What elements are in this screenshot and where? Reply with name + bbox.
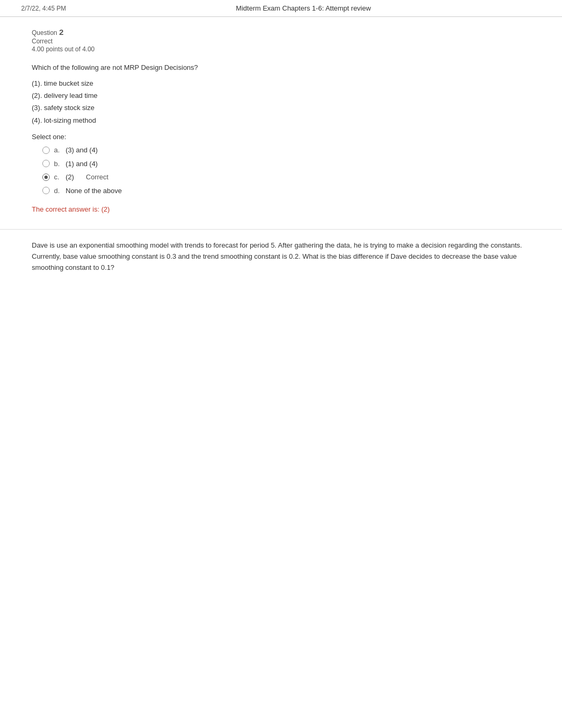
question-number: 2	[59, 28, 64, 37]
question-text: Which of the following are not MRP Desig…	[32, 62, 530, 73]
question-items-list: (1). time bucket size (2). delivery lead…	[32, 77, 530, 127]
radio-a[interactable]	[42, 147, 50, 154]
radio-d[interactable]	[42, 187, 50, 194]
list-item: (1). time bucket size	[32, 77, 530, 89]
radio-c[interactable]	[42, 174, 50, 181]
question-3-text: Dave is use an exponential smoothing mod…	[32, 240, 530, 273]
list-item: (2). delivery lead time	[32, 89, 530, 102]
question-label: Question	[32, 29, 57, 37]
correct-badge: Correct	[86, 172, 108, 183]
option-a: a. (3) and (4)	[42, 145, 530, 156]
question-label-line: Question 2	[32, 28, 530, 37]
option-text-d: None of the above	[66, 186, 122, 196]
option-d: d. None of the above	[42, 186, 530, 196]
option-letter-a: a.	[54, 145, 62, 156]
list-item: (3). safety stock size	[32, 102, 530, 114]
list-item: (4). lot-sizing method	[32, 114, 530, 126]
radio-b[interactable]	[42, 160, 50, 167]
question-meta: Question 2 Correct 4.00 points out of 4.…	[32, 28, 530, 53]
option-c: c. (2) Correct	[42, 172, 530, 183]
option-text-b: (1) and (4)	[66, 159, 98, 169]
select-one-label: Select one:	[32, 133, 530, 141]
option-text-a: (3) and (4)	[66, 145, 98, 156]
option-letter-d: d.	[54, 186, 62, 196]
timestamp: 2/7/22, 4:45 PM	[21, 5, 66, 12]
option-text-c: (2)	[66, 172, 81, 183]
option-b: b. (1) and (4)	[42, 159, 530, 169]
points-text: 4.00 points out of 4.00	[32, 46, 95, 53]
correct-answer-text: The correct answer is: (2)	[32, 205, 530, 213]
page-header: 2/7/22, 4:45 PM Midterm Exam Chapters 1-…	[0, 0, 562, 17]
question-3-block: Dave is use an exponential smoothing mod…	[0, 230, 562, 289]
option-letter-c: c.	[54, 172, 62, 183]
option-letter-b: b.	[54, 159, 62, 169]
status-badge: Correct	[32, 38, 530, 45]
page-title: Midterm Exam Chapters 1-6: Attempt revie…	[236, 4, 371, 12]
question-2-block: Question 2 Correct 4.00 points out of 4.…	[0, 17, 562, 230]
options-list: a. (3) and (4) b. (1) and (4) c. (2) Cor…	[42, 145, 530, 196]
